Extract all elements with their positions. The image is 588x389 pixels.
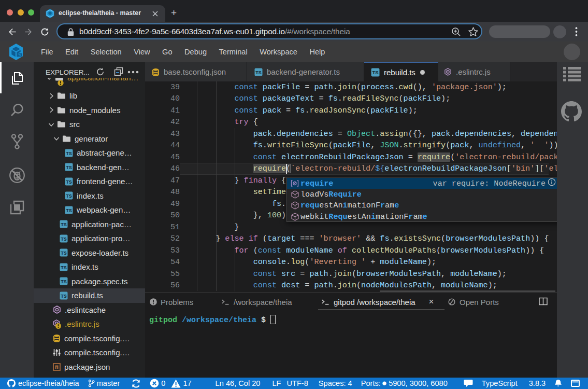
- svg-text:TS: TS: [66, 207, 72, 213]
- svg-text:TS: TS: [255, 70, 262, 75]
- svg-text:TS: TS: [66, 150, 72, 156]
- svg-text:TS: TS: [61, 265, 67, 270]
- svg-text:TS: TS: [66, 179, 72, 184]
- svg-text:TS: TS: [66, 165, 72, 170]
- svg-text:TS: TS: [61, 251, 67, 256]
- svg-text:TS: TS: [61, 222, 67, 227]
- svg-text:TS: TS: [61, 279, 67, 284]
- svg-text:TS: TS: [61, 293, 67, 298]
- svg-text:TS: TS: [66, 193, 72, 199]
- svg-text:TS: TS: [372, 70, 378, 75]
- svg-text:TS: TS: [61, 236, 67, 241]
